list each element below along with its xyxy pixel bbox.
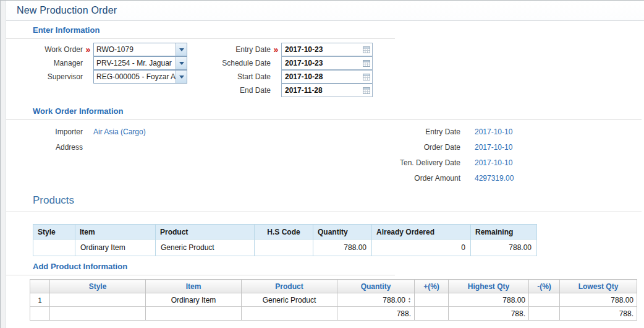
grid-total-highest-qty: 788.	[449, 307, 529, 321]
grid-col-item: Item	[146, 280, 242, 293]
wo-ten-delivery-date-value: 2017-10-10	[460, 158, 541, 168]
wo-entry-date-value: 2017-10-10	[460, 127, 541, 137]
spacer	[33, 84, 83, 97]
col-item: Item	[75, 225, 156, 240]
col-style: Style	[33, 225, 75, 240]
section-heading-enter-information: Enter Information	[6, 21, 395, 39]
spacer	[271, 56, 281, 70]
entry-date-value: 2017-10-23	[282, 45, 361, 54]
grid-corner-header	[30, 280, 50, 293]
end-date-input[interactable]: 2017-11-28	[281, 84, 373, 97]
address-label: Address	[33, 143, 83, 152]
grid-quantity-cell[interactable]: 788.00 ▲▼	[337, 293, 415, 307]
spacer	[83, 70, 93, 84]
wo-entry-date-label: Entry Date	[355, 127, 460, 137]
page-content: Enter Information Work Order » RWO-1079 …	[6, 21, 644, 328]
supervisor-select[interactable]: REG-000005 - Foyzar A	[93, 70, 187, 84]
grid-highest-qty-cell[interactable]: 788.00	[449, 293, 529, 307]
spacer	[83, 56, 93, 70]
grid-col-style: Style	[50, 280, 146, 293]
col-product: Product	[156, 225, 255, 240]
section-heading-work-order-information: Work Order Information	[6, 102, 642, 120]
wo-order-amount-label: Order Amount	[355, 174, 460, 183]
left-panel-strip	[1, 1, 6, 328]
schedule-date-value: 2017-10-23	[282, 59, 361, 67]
required-marker-icon: »	[271, 43, 281, 56]
work-order-select[interactable]: RWO-1079	[93, 43, 187, 56]
calendar-icon[interactable]	[361, 46, 372, 53]
grid-row-number-cell[interactable]: 1	[30, 293, 50, 307]
manager-label: Manager	[33, 56, 83, 70]
spacer	[187, 70, 212, 84]
grid-plus-pct-cell[interactable]	[415, 293, 449, 307]
manager-select[interactable]: PRV-1254 - Mr. Jaguar	[93, 56, 187, 70]
manager-select-value: PRV-1254 - Mr. Jaguar	[94, 59, 176, 67]
grid-col-highest-qty: Highest Qty	[449, 280, 529, 293]
grid-footer-product	[242, 307, 337, 321]
product-hs-code-cell	[255, 240, 313, 256]
start-date-value: 2017-10-28	[282, 72, 361, 81]
new-production-order-window: New Production Order Enter Information W…	[0, 0, 644, 328]
spacer	[271, 84, 281, 97]
end-date-label: End Date	[212, 84, 271, 97]
grid-lowest-qty-cell[interactable]: 788.00	[560, 293, 637, 307]
product-remaining-cell: 788.00	[471, 240, 537, 256]
grid-minus-pct-cell[interactable]	[529, 293, 560, 307]
grid-style-cell[interactable]	[50, 293, 146, 307]
spacer	[187, 84, 212, 97]
start-date-label: Start Date	[212, 70, 271, 84]
grid-footer-corner	[30, 307, 50, 321]
grid-footer-minus-pct	[529, 307, 560, 321]
wo-ten-delivery-date-label: Ten. Delivery Date	[355, 158, 460, 168]
product-row: Ordinary Item Generic Product 788.00 0 7…	[33, 240, 537, 256]
section-heading-products: Products	[6, 187, 642, 212]
supervisor-label: Supervisor	[33, 70, 83, 84]
add-product-grid-header: Style Item Product Quantity +(%) Highest…	[30, 280, 637, 293]
grid-col-minus-pct: -(%)	[529, 280, 560, 293]
required-marker-icon: »	[83, 43, 93, 56]
importer-label: Importer	[33, 127, 83, 137]
work-order-information-panel: Importer Air Asia (Cargo) Address Entry …	[33, 127, 644, 183]
wo-order-date-value: 2017-10-10	[460, 143, 541, 152]
calendar-icon[interactable]	[361, 87, 372, 94]
supervisor-select-value: REG-000005 - Foyzar A	[94, 72, 176, 81]
address-value	[83, 143, 256, 152]
grid-row: 1 Ordinary Item Generic Product 788.00 ▲…	[30, 293, 637, 307]
grid-product-cell[interactable]: Generic Product	[242, 293, 337, 307]
grid-col-product: Product	[242, 280, 337, 293]
collapse-grid-button[interactable]: –	[36, 326, 41, 328]
product-product-cell: Generic Product	[156, 240, 255, 256]
col-remaining: Remaining	[471, 225, 537, 240]
spacer	[271, 70, 281, 84]
grid-item-cell[interactable]: Ordinary Item	[146, 293, 242, 307]
col-hs-code: H.S Code	[255, 225, 313, 240]
schedule-date-label: Schedule Date	[212, 56, 271, 70]
grid-col-plus-pct: +(%)	[415, 280, 449, 293]
importer-link[interactable]: Air Asia (Cargo)	[93, 127, 146, 136]
entry-date-input[interactable]: 2017-10-23	[281, 43, 373, 56]
calendar-icon[interactable]	[361, 59, 372, 67]
page-title: New Production Order	[17, 5, 117, 16]
grid-col-lowest-qty: Lowest Qty	[560, 280, 637, 293]
spacer	[187, 43, 212, 56]
grid-total-quantity: 788.	[337, 307, 415, 321]
chevron-down-icon	[176, 71, 187, 83]
calendar-icon[interactable]	[361, 73, 372, 80]
grid-total-lowest-qty: 788.	[560, 307, 637, 321]
grid-footer-plus-pct	[415, 307, 449, 321]
wo-order-date-label: Order Date	[355, 143, 460, 152]
grid-totals-row: 788. 788. 788.	[30, 307, 637, 321]
spinner-down-icon[interactable]: ▼	[408, 300, 411, 303]
schedule-date-input[interactable]: 2017-10-23	[281, 56, 373, 70]
products-table-header: Style Item Product H.S Code Quantity Alr…	[33, 225, 537, 240]
start-date-input[interactable]: 2017-10-28	[281, 70, 373, 84]
work-order-label: Work Order	[33, 43, 83, 56]
wo-order-amount-value: 4297319.00	[460, 174, 541, 183]
end-date-value: 2017-11-28	[282, 86, 361, 95]
chevron-down-icon	[176, 57, 187, 69]
section-heading-add-product-information: Add Product Information	[6, 257, 395, 275]
grid-footer-item	[146, 307, 242, 321]
grid-footer-style	[50, 307, 146, 321]
col-quantity: Quantity	[313, 225, 372, 240]
quantity-spinner[interactable]: ▲▼	[408, 297, 411, 303]
